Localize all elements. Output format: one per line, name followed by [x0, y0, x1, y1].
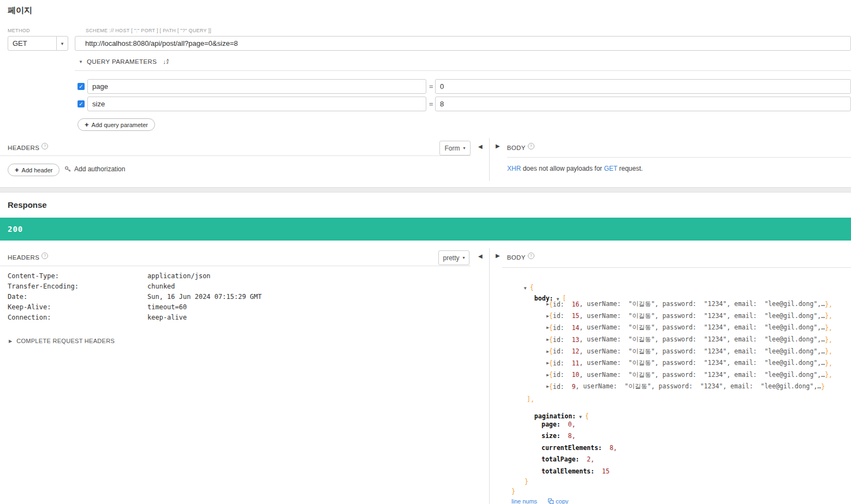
divider — [489, 138, 490, 181]
divider — [489, 248, 490, 504]
json-number: 16 — [572, 301, 579, 308]
body-type-dropdown[interactable]: Form ▾ — [439, 141, 471, 155]
add-header-button[interactable]: + Add header — [8, 164, 59, 176]
message-text: request. — [617, 165, 643, 172]
query-param-rows: ✓=✓= — [0, 79, 851, 114]
json-sep — [594, 467, 602, 475]
brace: { — [549, 336, 553, 344]
response-title: Response — [8, 200, 47, 209]
json-key: totalElements: — [541, 467, 594, 475]
url-input[interactable] — [75, 36, 851, 51]
json-text: id: — [553, 301, 572, 308]
param-value-input[interactable] — [435, 97, 851, 111]
json-pagination-entry: size: 8, — [541, 430, 617, 442]
json-sep — [579, 455, 587, 463]
query-param-row: ✓= — [0, 97, 851, 111]
status-code: 200 — [8, 225, 23, 233]
param-checkbox[interactable]: ✓ — [78, 100, 85, 107]
json-text: , userName: "이길동", password: "1234", ema… — [579, 371, 825, 379]
request-body-header: ▶ BODY? — [496, 143, 534, 151]
scheme-label: SCHEME :// HOST [ ":" PORT ] [ PATH [ "?… — [86, 28, 211, 33]
query-parameters-header[interactable]: ▼ QUERY PARAMETERS ↓ AZ — [79, 58, 169, 65]
json-key: totalPage: — [541, 455, 579, 463]
collapse-left-icon[interactable]: ◀ — [478, 253, 483, 259]
section-separator — [0, 187, 851, 193]
json-object-row[interactable]: ▶{id: 11, userName: "이길동", password: "12… — [546, 357, 832, 369]
json-pagination-line[interactable]: pagination:▼{ — [527, 405, 589, 420]
json-object-row[interactable]: ▶{id: 9, userName: "이길동", password: "123… — [546, 381, 832, 393]
json-pagination-entry: currentElements: 8, — [541, 442, 617, 454]
json-object-row[interactable]: ▶{id: 14, userName: "이길동", password: "12… — [546, 322, 832, 334]
header-value: chunked — [147, 283, 175, 293]
json-number: 15 — [572, 312, 579, 320]
response-body-header: ▶ BODY? — [496, 253, 534, 261]
json-number: 0, — [568, 421, 575, 428]
collapse-triangle-icon[interactable]: ▼ — [79, 59, 83, 64]
sort-az-icon[interactable]: ↓ AZ — [163, 59, 169, 64]
header-value: timeout=60 — [147, 303, 187, 314]
method-select[interactable]: GET — [8, 36, 57, 51]
line-nums-link[interactable]: line nums — [511, 498, 537, 504]
method-caret-button[interactable]: ▾ — [56, 36, 68, 51]
json-number: 11 — [572, 359, 579, 367]
json-object-row[interactable]: ▶{id: 16, userName: "이길동", password: "12… — [546, 298, 832, 310]
copy-link[interactable]: copy — [548, 498, 568, 504]
brace: }, — [825, 312, 832, 320]
brace: } — [821, 383, 825, 391]
json-close-brace: } — [511, 488, 515, 495]
brace: }, — [825, 301, 832, 308]
collapse-left-icon[interactable]: ◀ — [478, 143, 483, 149]
help-icon[interactable]: ? — [41, 143, 48, 149]
complete-request-headers-toggle[interactable]: ▶ COMPLETE REQUEST HEADERS — [9, 338, 115, 344]
query-param-row: ✓= — [0, 79, 851, 94]
divider — [0, 266, 471, 266]
brace: }, — [825, 347, 832, 355]
add-query-parameter-button[interactable]: + Add query parameter — [78, 118, 155, 131]
brace: }, — [825, 359, 832, 367]
brace: }, — [825, 371, 832, 379]
header-value: Sun, 16 Jun 2024 07:15:29 GMT — [147, 293, 262, 303]
json-sep — [561, 432, 568, 440]
response-headers-label: HEADERS? — [8, 253, 48, 261]
header-name: Date: — [0, 293, 147, 303]
json-text: id: — [553, 336, 572, 344]
doc-link[interactable]: XHR — [507, 165, 521, 172]
expand-right-icon[interactable]: ▶ — [496, 253, 500, 259]
method-label: METHOD — [8, 28, 30, 33]
json-object-row[interactable]: ▶{id: 13, userName: "이길동", password: "12… — [546, 334, 832, 346]
json-key: currentElements: — [541, 444, 602, 452]
brace: { — [549, 324, 553, 332]
help-icon[interactable]: ? — [41, 253, 48, 259]
request-body-label: BODY? — [507, 143, 534, 151]
help-icon[interactable]: ? — [528, 253, 534, 259]
json-object-row[interactable]: ▶{id: 10, userName: "이길동", password: "12… — [546, 369, 832, 381]
json-text: id: — [553, 347, 572, 355]
param-checkbox[interactable]: ✓ — [78, 83, 85, 90]
message-text: does not allow payloads for — [521, 165, 604, 172]
param-name-input[interactable] — [87, 97, 426, 111]
header-name: Keep-Alive: — [0, 303, 147, 314]
collapse-triangle-icon[interactable]: ▼ — [524, 286, 527, 291]
add-header-label: Add header — [22, 167, 53, 173]
json-object-row[interactable]: ▶{id: 12, userName: "이길동", password: "12… — [546, 345, 832, 357]
footer-link-label: line nums — [511, 498, 537, 504]
add-authorization-link[interactable]: Add authorization — [64, 165, 125, 173]
expand-right-icon[interactable]: ▶ — [496, 143, 500, 149]
json-key: size: — [541, 432, 561, 440]
json-sep — [602, 444, 610, 452]
body-view-dropdown[interactable]: pretty ▾ — [438, 250, 469, 265]
request-headers-label: HEADERS? — [8, 143, 48, 151]
param-name-input[interactable] — [87, 79, 426, 94]
header-value: application/json — [147, 272, 211, 283]
body-type-value: Form — [444, 145, 460, 152]
json-object-row[interactable]: ▶{id: 15, userName: "이길동", password: "12… — [546, 310, 832, 322]
param-value-input[interactable] — [435, 79, 851, 94]
doc-link[interactable]: GET — [604, 165, 617, 172]
divider — [75, 70, 851, 71]
response-status-bar[interactable]: 200 — [0, 218, 851, 241]
json-rows: ▶{id: 16, userName: "이길동", password: "12… — [546, 298, 832, 393]
json-number: 2, — [587, 455, 594, 463]
add-authorization-label: Add authorization — [74, 165, 125, 173]
json-text: id: — [553, 383, 572, 391]
help-icon[interactable]: ? — [528, 143, 534, 149]
